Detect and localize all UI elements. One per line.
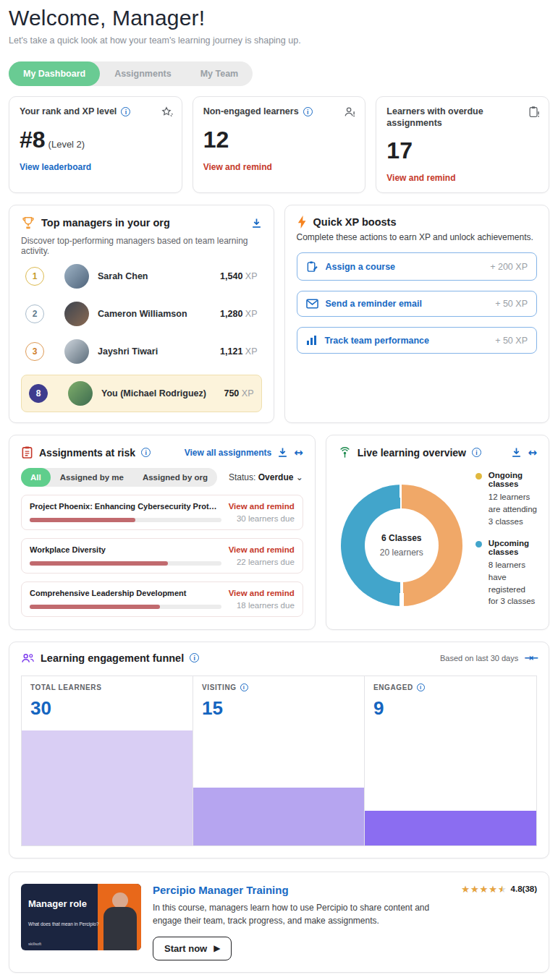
expand-icon[interactable]: ↔ [294,446,303,459]
progress-track [30,518,221,522]
funnel-bar [365,811,536,845]
dashboard-page: Welcome, Manager! Let's take a quick loo… [0,0,558,980]
assignments-at-risk-card: Assignments at risk i View all assignmen… [9,435,316,630]
info-icon[interactable]: i [472,448,481,457]
action-label: Track team performance [325,336,489,346]
non-engaged-value: 12 [203,127,355,153]
overdue-value: 17 [386,137,538,164]
assignment-name: Workplace Diversity [30,545,221,554]
rank-xp-title: Your rank and XP level i [20,106,172,118]
assign-course-action[interactable]: Assign a course + 200 XP [297,252,538,281]
non-engaged-remind-link[interactable]: View and remind [203,162,272,172]
view-leaderboard-link[interactable]: View leaderboard [20,162,91,172]
filter-assigned-by-org[interactable]: Assigned by org [133,468,217,487]
action-label: Send a reminder email [326,299,489,309]
tab-my-team[interactable]: My Team [186,61,253,86]
xp-number: 750 [224,388,239,399]
rating-value: 4.8(38) [511,885,537,893]
download-icon[interactable] [511,447,522,458]
clipboard-alert-icon [528,106,540,119]
rank-level: (Level 2) [48,139,85,150]
view-and-remind-link[interactable]: View and remind [229,589,295,597]
top-managers-subtitle: Discover top-performing managers based o… [21,236,262,256]
overdue-remind-link[interactable]: View and remind [386,173,455,183]
download-icon[interactable] [251,218,262,229]
progress-track [30,605,221,609]
top-managers-title: Top managers in your org [41,217,170,229]
action-xp: + 50 XP [495,336,528,346]
view-and-remind-link[interactable]: View and remind [229,502,295,511]
xp-number: 1,540 [220,271,242,281]
row-leaderboard-quickxp: Top managers in your org Discover top-pe… [9,205,549,423]
progress-fill [30,605,160,609]
leaderboard-row[interactable]: 2 Cameron Williamson 1,280 XP [21,297,262,331]
download-icon[interactable] [277,447,288,458]
course-title[interactable]: Percipio Manager Training [153,884,457,896]
xp-suffix: XP [515,262,528,272]
xp-amount: + 200 [490,262,513,272]
leaderboard-row[interactable]: 3 Jayshri Tiwari 1,121 XP [21,334,262,369]
view-all-assignments-link[interactable]: View all assignments [185,448,272,458]
legend-ongoing: Ongoing classes 12 learners are attendin… [475,471,537,527]
rank-value: #8(Level 2) [20,127,172,153]
course-thumbnail[interactable]: Manager role What does that mean in Perc… [21,884,141,950]
avatar [64,302,89,326]
thumbnail-title: Manager role [28,898,87,909]
bar-chart-icon [306,335,318,346]
assignment-item[interactable]: Comprehensive Leadership Development Vie… [21,581,303,617]
tab-my-dashboard[interactable]: My Dashboard [9,61,100,86]
overdue-card: Learners with overdue assignments 17 Vie… [376,96,549,193]
funnel-bar [193,788,364,845]
send-reminder-action[interactable]: Send a reminder email + 50 XP [297,291,538,317]
info-icon[interactable]: i [121,107,130,116]
action-xp: + 200 XP [490,262,528,272]
assignment-item[interactable]: Project Phoenix: Enhancing Cybersecurity… [21,495,303,530]
xp-amount: + 50 [495,299,513,309]
filter-assigned-by-me[interactable]: Assigned by me [51,468,133,487]
leaderboard-row-you[interactable]: 8 You (Michael Rodriguez) 750 XP [21,375,262,412]
label-text: TOTAL LEARNERS [30,683,101,691]
manager-name: You (Michael Rodriguez) [101,388,215,399]
course-rating: ★★★★★★★★★★ 4.8(38) [461,884,537,895]
funnel-title: Learning engagement funnel [41,652,184,664]
info-icon[interactable]: i [303,107,313,116]
xp-suffix: XP [245,309,258,319]
stat-cards-row: Your rank and XP level i #8(Level 2) Vie… [9,96,549,193]
row-assignments-live: Assignments at risk i View all assignmen… [9,435,549,630]
funnel-col-label: VISITINGi [202,683,355,691]
tab-assignments[interactable]: Assignments [100,61,186,86]
manager-xp: 750 XP [224,388,253,399]
xp-suffix: XP [515,299,528,309]
track-performance-action[interactable]: Track team performance + 50 XP [297,327,538,354]
page-title: Welcome, Manager! [9,6,549,30]
progress-fill [30,561,168,566]
label-text: ENGAGED [373,683,413,691]
learners-due: 30 learners due [229,514,295,523]
info-icon[interactable]: i [240,683,248,691]
view-and-remind-link[interactable]: View and remind [229,545,295,554]
leaderboard-row[interactable]: 1 Sarah Chen 1,540 XP [21,259,262,294]
quick-xp-title: Quick XP boosts [313,216,397,228]
stars-filled: ★★★★★ [461,884,502,895]
assignment-item[interactable]: Workplace Diversity View and remind 22 l… [21,538,303,574]
collapse-icon[interactable]: →← [524,652,537,663]
action-label: Assign a course [326,262,483,272]
expand-icon[interactable]: ↔ [528,446,537,459]
avatar [68,381,93,406]
info-icon[interactable]: i [417,683,425,691]
info-icon[interactable]: i [141,448,151,457]
status-dropdown[interactable]: Status: Overdue ⌄ [229,472,303,482]
live-broadcast-icon [338,446,352,459]
course-description: In this course, managers learn how to us… [153,901,457,927]
donut-center: 6 Classes 20 learners [365,508,439,582]
manager-name: Cameron Williamson [98,309,211,319]
info-icon[interactable]: i [190,653,199,662]
rank-badge: 8 [29,384,48,403]
person-alert-icon [343,106,356,119]
legend-desc: 12 learners are attending 3 classes [489,491,537,527]
page-subtitle: Let's take a quick look at how your team… [9,35,549,46]
learners-due: 22 learners due [229,558,295,566]
start-now-button[interactable]: Start now ▶ [153,937,232,960]
main-tabs: My Dashboard Assignments My Team [9,61,253,86]
filter-all[interactable]: All [21,468,51,487]
